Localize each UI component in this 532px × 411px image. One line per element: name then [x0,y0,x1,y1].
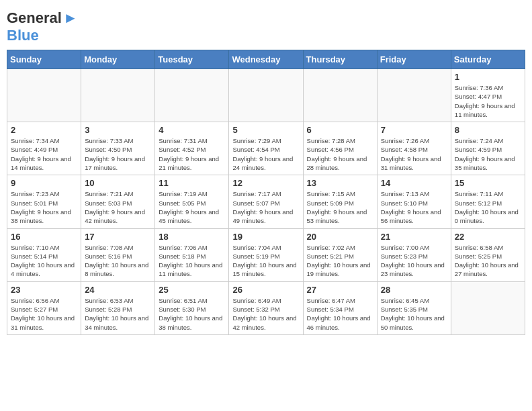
day-cell: 9Sunrise: 7:23 AM Sunset: 5:01 PM Daylig… [7,175,81,228]
day-number: 23 [11,285,77,295]
day-number: 24 [85,285,151,295]
day-number: 13 [307,178,373,188]
week-row-0: 1Sunrise: 7:36 AM Sunset: 4:47 PM Daylig… [7,69,525,122]
day-cell: 15Sunrise: 7:11 AM Sunset: 5:12 PM Dayli… [451,175,525,228]
day-cell: 4Sunrise: 7:31 AM Sunset: 4:52 PM Daylig… [155,122,229,175]
day-number: 10 [85,178,151,188]
day-number: 18 [159,232,225,242]
day-cell: 28Sunrise: 6:45 AM Sunset: 5:35 PM Dayli… [377,281,451,334]
day-cell: 8Sunrise: 7:24 AM Sunset: 4:59 PM Daylig… [451,122,525,175]
day-number: 14 [381,178,447,188]
day-cell [229,69,303,122]
day-number: 5 [232,125,299,135]
day-number: 11 [159,178,225,188]
logo-arrow-icon: ► [63,9,78,27]
day-info: Sunrise: 7:19 AM Sunset: 5:05 PM Dayligh… [159,189,225,225]
day-number: 15 [455,178,521,188]
day-number: 3 [85,125,151,135]
day-number: 21 [381,232,447,242]
day-cell: 21Sunrise: 7:00 AM Sunset: 5:23 PM Dayli… [377,228,451,281]
weekday-header-friday: Friday [377,50,451,69]
day-cell: 18Sunrise: 7:06 AM Sunset: 5:18 PM Dayli… [155,228,229,281]
day-info: Sunrise: 7:13 AM Sunset: 5:10 PM Dayligh… [381,189,447,225]
day-info: Sunrise: 7:00 AM Sunset: 5:23 PM Dayligh… [381,243,447,279]
day-number: 4 [159,125,225,135]
day-cell [303,69,377,122]
day-number: 1 [455,72,521,82]
day-info: Sunrise: 7:23 AM Sunset: 5:01 PM Dayligh… [11,189,77,225]
day-cell: 23Sunrise: 6:56 AM Sunset: 5:27 PM Dayli… [7,281,81,334]
day-cell: 26Sunrise: 6:49 AM Sunset: 5:32 PM Dayli… [229,281,303,334]
day-number: 26 [232,285,299,295]
day-cell: 22Sunrise: 6:58 AM Sunset: 5:25 PM Dayli… [451,228,525,281]
day-number: 27 [307,285,373,295]
day-cell: 5Sunrise: 7:29 AM Sunset: 4:54 PM Daylig… [229,122,303,175]
day-number: 7 [381,125,447,135]
week-row-2: 9Sunrise: 7:23 AM Sunset: 5:01 PM Daylig… [7,175,525,228]
day-cell: 7Sunrise: 7:26 AM Sunset: 4:58 PM Daylig… [377,122,451,175]
weekday-header-saturday: Saturday [451,50,525,69]
day-info: Sunrise: 6:47 AM Sunset: 5:34 PM Dayligh… [307,296,373,332]
day-info: Sunrise: 6:49 AM Sunset: 5:32 PM Dayligh… [232,296,299,332]
day-cell: 12Sunrise: 7:17 AM Sunset: 5:07 PM Dayli… [229,175,303,228]
day-info: Sunrise: 7:08 AM Sunset: 5:16 PM Dayligh… [85,243,151,279]
day-cell: 25Sunrise: 6:51 AM Sunset: 5:30 PM Dayli… [155,281,229,334]
logo-general-text: General [7,9,62,27]
day-cell [81,69,155,122]
day-cell: 19Sunrise: 7:04 AM Sunset: 5:19 PM Dayli… [229,228,303,281]
day-info: Sunrise: 7:11 AM Sunset: 5:12 PM Dayligh… [455,189,521,225]
day-info: Sunrise: 7:26 AM Sunset: 4:58 PM Dayligh… [381,136,447,172]
day-number: 20 [307,232,373,242]
week-row-1: 2Sunrise: 7:34 AM Sunset: 4:49 PM Daylig… [7,122,525,175]
day-info: Sunrise: 7:10 AM Sunset: 5:14 PM Dayligh… [11,243,77,279]
day-info: Sunrise: 7:06 AM Sunset: 5:18 PM Dayligh… [159,243,225,279]
day-cell: 3Sunrise: 7:33 AM Sunset: 4:50 PM Daylig… [81,122,155,175]
day-info: Sunrise: 7:17 AM Sunset: 5:07 PM Dayligh… [232,189,299,225]
day-cell: 10Sunrise: 7:21 AM Sunset: 5:03 PM Dayli… [81,175,155,228]
day-number: 17 [85,232,151,242]
day-cell [451,281,525,334]
day-number: 28 [381,285,447,295]
day-info: Sunrise: 6:58 AM Sunset: 5:25 PM Dayligh… [455,243,521,279]
day-info: Sunrise: 7:28 AM Sunset: 4:56 PM Dayligh… [307,136,373,172]
logo: General ► Blue [7,7,78,44]
day-info: Sunrise: 6:53 AM Sunset: 5:28 PM Dayligh… [85,296,151,332]
day-cell: 1Sunrise: 7:36 AM Sunset: 4:47 PM Daylig… [451,69,525,122]
day-info: Sunrise: 7:29 AM Sunset: 4:54 PM Dayligh… [232,136,299,172]
day-info: Sunrise: 7:21 AM Sunset: 5:03 PM Dayligh… [85,189,151,225]
weekday-header-row: SundayMondayTuesdayWednesdayThursdayFrid… [7,50,525,69]
weekday-header-wednesday: Wednesday [229,50,303,69]
week-row-4: 23Sunrise: 6:56 AM Sunset: 5:27 PM Dayli… [7,281,525,334]
day-cell [155,69,229,122]
logo-blue-text: Blue [7,27,39,44]
day-cell: 11Sunrise: 7:19 AM Sunset: 5:05 PM Dayli… [155,175,229,228]
day-info: Sunrise: 6:51 AM Sunset: 5:30 PM Dayligh… [159,296,225,332]
day-number: 6 [307,125,373,135]
week-row-3: 16Sunrise: 7:10 AM Sunset: 5:14 PM Dayli… [7,228,525,281]
day-number: 19 [232,232,299,242]
weekday-header-tuesday: Tuesday [155,50,229,69]
day-info: Sunrise: 7:02 AM Sunset: 5:21 PM Dayligh… [307,243,373,279]
weekday-header-monday: Monday [81,50,155,69]
day-info: Sunrise: 6:56 AM Sunset: 5:27 PM Dayligh… [11,296,77,332]
day-info: Sunrise: 7:33 AM Sunset: 4:50 PM Dayligh… [85,136,151,172]
day-cell: 16Sunrise: 7:10 AM Sunset: 5:14 PM Dayli… [7,228,81,281]
day-info: Sunrise: 7:15 AM Sunset: 5:09 PM Dayligh… [307,189,373,225]
day-cell: 24Sunrise: 6:53 AM Sunset: 5:28 PM Dayli… [81,281,155,334]
day-cell: 14Sunrise: 7:13 AM Sunset: 5:10 PM Dayli… [377,175,451,228]
day-number: 2 [11,125,77,135]
day-cell: 6Sunrise: 7:28 AM Sunset: 4:56 PM Daylig… [303,122,377,175]
day-number: 12 [232,178,299,188]
day-info: Sunrise: 7:34 AM Sunset: 4:49 PM Dayligh… [11,136,77,172]
day-info: Sunrise: 7:24 AM Sunset: 4:59 PM Dayligh… [455,136,521,172]
day-number: 22 [455,232,521,242]
weekday-header-thursday: Thursday [303,50,377,69]
day-info: Sunrise: 7:31 AM Sunset: 4:52 PM Dayligh… [159,136,225,172]
day-cell: 20Sunrise: 7:02 AM Sunset: 5:21 PM Dayli… [303,228,377,281]
day-info: Sunrise: 7:04 AM Sunset: 5:19 PM Dayligh… [232,243,299,279]
day-cell [7,69,81,122]
day-info: Sunrise: 6:45 AM Sunset: 5:35 PM Dayligh… [381,296,447,332]
day-number: 8 [455,125,521,135]
day-cell: 27Sunrise: 6:47 AM Sunset: 5:34 PM Dayli… [303,281,377,334]
day-number: 9 [11,178,77,188]
